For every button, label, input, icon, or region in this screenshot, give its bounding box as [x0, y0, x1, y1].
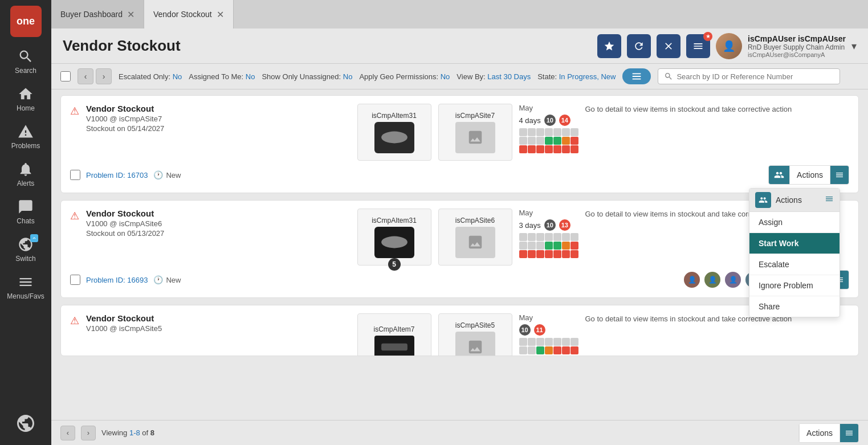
- tab-vendor-stockout[interactable]: Vendor Stockout ✕: [144, 0, 234, 28]
- sidebar-item-home[interactable]: Home: [0, 80, 51, 118]
- item-image-2: [374, 227, 414, 258]
- search-input[interactable]: [677, 72, 834, 81]
- sidebar-item-search[interactable]: Search: [0, 43, 51, 80]
- user-section[interactable]: 👤 isCmpAUser isCmpAUser RnD Buyer Supply…: [716, 33, 857, 59]
- toggle-view-button[interactable]: [622, 68, 651, 84]
- dropdown-item-escalate-1[interactable]: Escalate: [749, 254, 840, 275]
- main-area: Buyer Dashboard ✕ Vendor Stockout ✕ Vend…: [51, 0, 868, 445]
- menu-button[interactable]: ★: [686, 34, 710, 58]
- site-image-2: [455, 227, 495, 258]
- site-card-1[interactable]: isCmpASite7: [438, 104, 512, 161]
- tab-buyer-dashboard[interactable]: Buyer Dashboard ✕: [51, 0, 144, 28]
- cal-badge-red-3: 11: [534, 324, 545, 336]
- dropdown-item-startwork-1[interactable]: Start Work: [749, 233, 840, 254]
- sidebar-globe-icon[interactable]: [15, 407, 36, 439]
- dropdown-header-1: Actions: [749, 189, 840, 212]
- avatar-3-card2: 👤: [724, 271, 742, 289]
- calendar-month-3: May: [519, 313, 578, 322]
- problem-info-3: Vendor Stockout V1000 @ isCmpASite5: [86, 313, 351, 333]
- bottom-actions-label[interactable]: Actions: [799, 424, 840, 442]
- prev-button[interactable]: ‹: [78, 68, 93, 84]
- actions-menu-button-1[interactable]: [830, 166, 849, 184]
- actions-label-1[interactable]: Actions: [789, 166, 830, 184]
- tab-close-vendor-stockout[interactable]: ✕: [217, 9, 224, 20]
- cal-badge-green-1: 10: [544, 115, 556, 126]
- bottom-bar: ‹ › Viewing 1-8 of 8 Actions: [51, 420, 868, 445]
- problem-status-2: 🕐 New: [153, 275, 181, 284]
- viewing-range[interactable]: 1-8: [129, 428, 140, 437]
- user-info: isCmpAUser isCmpAUser RnD Buyer Supply C…: [748, 34, 846, 58]
- item-card-2[interactable]: isCmpAItem31 5: [357, 209, 431, 266]
- filter-unassigned[interactable]: Show Only Unassigned: No: [262, 72, 352, 81]
- clock-icon-1: 🕐: [153, 170, 163, 179]
- next-button[interactable]: ›: [96, 68, 112, 84]
- dropdown-item-assign-1[interactable]: Assign: [749, 212, 840, 233]
- problem-title-3: Vendor Stockout: [86, 313, 351, 323]
- problem-info-1: Vendor Stockout V1000 @ isCmpASite7 Stoc…: [86, 104, 351, 133]
- problem-actions-bar-1: Problem ID: 16703 🕐 New Actions: [70, 165, 849, 185]
- problem-id-label-2[interactable]: Problem ID: 16693: [86, 276, 148, 284]
- filter-assigned[interactable]: Assigned To Me: No: [189, 72, 255, 81]
- problem-id-label-1[interactable]: Problem ID: 16703: [86, 171, 148, 179]
- select-all-checkbox[interactable]: [60, 71, 71, 81]
- site-code-1: isCmpASite7: [455, 112, 495, 120]
- user-dropdown-chevron[interactable]: ▾: [851, 40, 857, 52]
- calendar-2: May 3 days 10 13: [519, 209, 578, 258]
- problem-checkbox-2[interactable]: [70, 275, 80, 285]
- problem-card-1: ⚠ Vendor Stockout V1000 @ isCmpASite7 St…: [60, 95, 859, 193]
- site-card-2[interactable]: isCmpASite6: [438, 209, 512, 266]
- bottom-prev-button[interactable]: ‹: [60, 426, 75, 440]
- svg-point-0: [381, 132, 407, 144]
- tab-close-buyer-dashboard[interactable]: ✕: [127, 9, 135, 20]
- sidebar-item-alerts[interactable]: Alerts: [0, 156, 51, 193]
- actions-area-1: Actions Actions: [768, 165, 849, 185]
- sidebar: one Search Home Problems Alerts Chats Sw…: [0, 0, 51, 445]
- dropdown-menu-close-1[interactable]: [825, 194, 834, 206]
- cal-badge-red-2: 13: [559, 219, 570, 231]
- bottom-next-button[interactable]: ›: [81, 426, 96, 440]
- avatar-1-card2: 👤: [683, 271, 701, 289]
- user-email: isCmpAUser@isCompanyA: [748, 51, 846, 58]
- filter-escalated[interactable]: Escalated Only: No: [119, 72, 182, 81]
- assign-icon-button-1[interactable]: [769, 166, 789, 184]
- search-icon: [664, 72, 673, 81]
- sidebar-item-problems[interactable]: Problems: [0, 118, 51, 156]
- problem-card-2: ⚠ Vendor Stockout V1000 @ isCmpASite6 St…: [60, 200, 859, 298]
- sidebar-item-chats[interactable]: Chats: [0, 193, 51, 231]
- problem-subtitle2-2: Stockout on 05/13/2027: [86, 229, 351, 238]
- sidebar-item-switch[interactable]: Switch: [0, 231, 51, 268]
- problem-checkbox-1[interactable]: [70, 170, 80, 180]
- bottom-actions-menu-button[interactable]: [840, 424, 858, 442]
- bottom-actions: Actions: [798, 423, 859, 443]
- calendar-grid-3: [519, 338, 578, 354]
- cal-badge-green-3: 10: [519, 324, 531, 336]
- item-card-3[interactable]: isCmpAItem7: [357, 313, 431, 356]
- close-button[interactable]: [657, 34, 680, 58]
- refresh-button[interactable]: [627, 34, 651, 58]
- filter-geo[interactable]: Apply Geo Permissions: No: [359, 72, 450, 81]
- dropdown-item-share-1[interactable]: Share: [749, 296, 840, 317]
- item-image-3: [374, 336, 414, 356]
- site-card-3[interactable]: isCmpASite5: [438, 313, 512, 356]
- calendar-days-2: 3 days: [519, 221, 541, 230]
- item-card-1[interactable]: isCmpAItem31: [357, 104, 431, 161]
- avatar: 👤: [716, 33, 742, 59]
- alert-icon-1: ⚠: [70, 105, 79, 117]
- dropdown-item-ignore-1[interactable]: Ignore Problem: [749, 275, 840, 296]
- sidebar-item-menus[interactable]: Menus/Favs: [0, 268, 51, 306]
- site-code-2: isCmpASite6: [455, 217, 495, 224]
- tab-bar: Buyer Dashboard ✕ Vendor Stockout ✕: [51, 0, 868, 28]
- svg-point-1: [381, 236, 407, 248]
- calendar-month-2: May: [519, 209, 578, 217]
- filter-state[interactable]: State: In Progress, New: [537, 72, 616, 81]
- dropdown-header-icon-1: [755, 192, 771, 208]
- user-name: isCmpAUser isCmpAUser: [748, 34, 846, 43]
- star-button[interactable]: [597, 34, 621, 58]
- item-badge-2: 5: [388, 258, 401, 271]
- avatar-2-card2: 👤: [703, 271, 722, 289]
- app-logo[interactable]: one: [10, 6, 42, 37]
- filter-viewby[interactable]: View By: Last 30 Days: [457, 72, 531, 81]
- calendar-1: May 4 days 10 14: [519, 104, 578, 153]
- problem-card-3: ⚠ Vendor Stockout V1000 @ isCmpASite5 is…: [60, 305, 859, 356]
- problem-subtitle1-2: V1000 @ isCmpASite6: [86, 219, 351, 228]
